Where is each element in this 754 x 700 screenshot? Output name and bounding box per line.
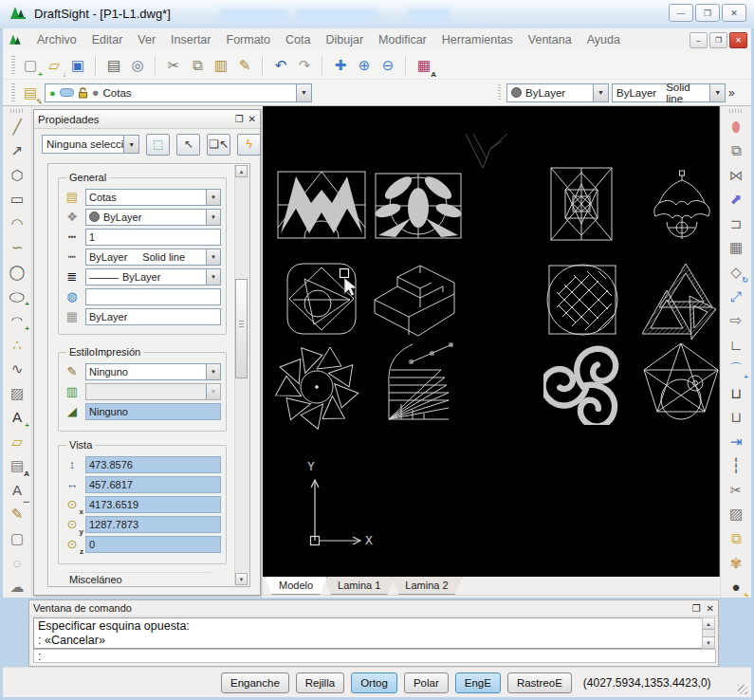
- doc-minimize-button[interactable]: –: [690, 32, 708, 48]
- pattern-icon[interactable]: ▦: [725, 237, 747, 259]
- copy-icon[interactable]: ⧉: [187, 55, 208, 76]
- print-preview-icon[interactable]: ◎: [127, 55, 148, 76]
- cut-icon[interactable]: ✂: [163, 55, 184, 76]
- transparency-field[interactable]: ByLayer: [85, 308, 221, 325]
- edit-hatch-icon[interactable]: ▨: [725, 504, 747, 525]
- select-quick-button[interactable]: ❏↖: [207, 134, 230, 156]
- layerbar-grip[interactable]: [11, 83, 15, 102]
- restore-button[interactable]: ❐: [695, 4, 720, 22]
- print-icon[interactable]: ▤: [103, 55, 124, 76]
- menu-ver[interactable]: Ver: [130, 30, 163, 49]
- resize-grip[interactable]: [738, 685, 747, 694]
- tab-modelo[interactable]: Modelo: [265, 577, 327, 595]
- cmd-scroll-down-icon[interactable]: ▼: [703, 636, 714, 648]
- menu-ventana[interactable]: Ventana: [521, 30, 579, 49]
- combine-icon[interactable]: ⧉: [725, 527, 747, 549]
- strip-grip[interactable]: [10, 109, 24, 113]
- scroll-thumb[interactable]: [235, 279, 248, 378]
- cloud-circle-icon[interactable]: ◌: [6, 552, 28, 574]
- doc-restore-button[interactable]: ❐: [709, 32, 727, 48]
- edit-pen-icon[interactable]: ✎: [234, 55, 255, 76]
- rotate-icon[interactable]: ◇↻: [725, 261, 747, 283]
- layer-manager-icon[interactable]: ▤✎: [20, 83, 41, 103]
- open-file-icon[interactable]: ▱↓: [44, 55, 64, 76]
- line-color-field[interactable]: ByLayer▼: [85, 209, 221, 226]
- zoom-dynamic-icon[interactable]: ⊕: [354, 55, 375, 76]
- properties-scrollbar[interactable]: ▲ ▼: [234, 165, 248, 585]
- selection-combo[interactable]: Ninguna selecci ▼: [42, 135, 139, 154]
- line-weight-dropdown-arrow[interactable]: ▼: [206, 269, 220, 285]
- menu-modificar[interactable]: Modificar: [371, 30, 434, 49]
- polyline-icon[interactable]: ∽: [6, 237, 28, 259]
- command-scrollbar[interactable]: ▲ ▼: [702, 617, 715, 649]
- float-panel-icon[interactable]: ❐: [235, 114, 244, 124]
- status-rastreoe-button[interactable]: RastreoE: [507, 672, 572, 693]
- extend-icon[interactable]: ⇥: [725, 431, 747, 452]
- copy-entity-icon[interactable]: ⧉: [725, 139, 747, 161]
- hatch-icon[interactable]: ▨: [6, 382, 28, 404]
- offset-icon[interactable]: ⊐: [725, 212, 747, 234]
- point-icon[interactable]: ∴: [6, 334, 28, 356]
- toolbar-overflow-chevron[interactable]: »: [728, 86, 735, 100]
- redo-icon[interactable]: ↷: [294, 55, 315, 76]
- select-matching-button[interactable]: ⬚: [146, 134, 170, 156]
- menu-ayuda[interactable]: Ayuda: [579, 30, 628, 49]
- float-command-icon[interactable]: ❐: [692, 603, 701, 614]
- toolbar-grip[interactable]: [11, 56, 15, 75]
- line-scale-field[interactable]: 1: [85, 229, 221, 246]
- infinite-line-icon[interactable]: ↗: [6, 139, 28, 161]
- layer-combo-arrow[interactable]: ▼: [296, 84, 311, 101]
- line-color-dropdown-arrow[interactable]: ▼: [206, 210, 220, 225]
- ellipse-icon[interactable]: ◯+: [6, 286, 28, 307]
- pan-icon[interactable]: ✚: [330, 55, 351, 76]
- stretch-icon[interactable]: ⇨: [725, 309, 747, 331]
- close-command-icon[interactable]: ✕: [707, 603, 714, 614]
- trim-corner-icon[interactable]: ⊔: [725, 382, 747, 404]
- split-icon[interactable]: ✂: [725, 479, 747, 501]
- center-y-field[interactable]: 1287.7873: [85, 516, 221, 533]
- close-button[interactable]: ✕: [722, 4, 746, 22]
- tab-lamina-1[interactable]: Lamina 1: [323, 577, 395, 595]
- power-select-button[interactable]: ϟ: [237, 134, 261, 156]
- menu-archivo[interactable]: Archivo: [29, 30, 84, 49]
- status-enganche-button[interactable]: Enganche: [221, 672, 289, 693]
- trim-corner-2-icon[interactable]: ⊔: [725, 406, 747, 428]
- doc-close-button[interactable]: ✕: [729, 32, 747, 48]
- cloud-freehand-icon[interactable]: ☁: [6, 576, 28, 598]
- minimize-button[interactable]: —: [669, 4, 693, 22]
- menu-insertar[interactable]: Insertar: [163, 30, 218, 49]
- close-panel-icon[interactable]: ✕: [248, 114, 256, 124]
- chamfer-icon[interactable]: ∟: [725, 334, 747, 356]
- simple-note-icon[interactable]: A▁: [6, 479, 28, 501]
- cmd-scroll-up-icon[interactable]: ▲: [703, 618, 714, 630]
- cloud-rectangle-icon[interactable]: ▢: [6, 527, 28, 549]
- status-polar-button[interactable]: Polar: [404, 672, 449, 693]
- view-width-field[interactable]: 457.6817: [85, 476, 221, 493]
- status-ortog-button[interactable]: Ortog: [351, 672, 397, 693]
- circle-icon[interactable]: ◯: [6, 261, 28, 283]
- delete-icon[interactable]: ⬮: [725, 116, 747, 138]
- fillet-icon[interactable]: ⌒+: [725, 358, 747, 379]
- menu-formato[interactable]: Formato: [219, 30, 279, 49]
- command-window-header[interactable]: Ventana de comando ❐ ✕: [29, 600, 718, 617]
- linestyle-combo[interactable]: ByLayer Solid line ▼: [612, 83, 726, 102]
- layer-dropdown-arrow[interactable]: ▼: [206, 190, 220, 205]
- scroll-down-icon[interactable]: ▼: [235, 573, 248, 585]
- rectangle-icon[interactable]: ▭: [6, 189, 28, 211]
- save-icon[interactable]: ▣: [67, 55, 88, 76]
- print-style-policy-field[interactable]: Ninguno: [85, 403, 221, 420]
- linestyle-combo-arrow[interactable]: ▼: [709, 84, 725, 101]
- polygon-icon[interactable]: ⬡: [6, 164, 28, 186]
- print-style-table-field[interactable]: ▼: [85, 383, 221, 400]
- properties-header[interactable]: Propiedades ❐ ✕: [34, 110, 260, 129]
- paste-icon[interactable]: ▥: [211, 55, 231, 76]
- color-combo-arrow[interactable]: ▼: [593, 84, 608, 101]
- zoom-back-icon[interactable]: ⊖: [377, 55, 398, 76]
- strip-grip[interactable]: [729, 109, 743, 113]
- line-style-field[interactable]: ByLayerSolid line▼: [85, 249, 221, 266]
- menu-editar[interactable]: Editar: [84, 30, 131, 49]
- layer-field[interactable]: Cotas▼: [85, 189, 221, 206]
- weld-icon[interactable]: ✾: [725, 552, 747, 574]
- print-style-field[interactable]: Ninguno▼: [85, 363, 221, 380]
- break-icon[interactable]: ┆: [725, 455, 747, 477]
